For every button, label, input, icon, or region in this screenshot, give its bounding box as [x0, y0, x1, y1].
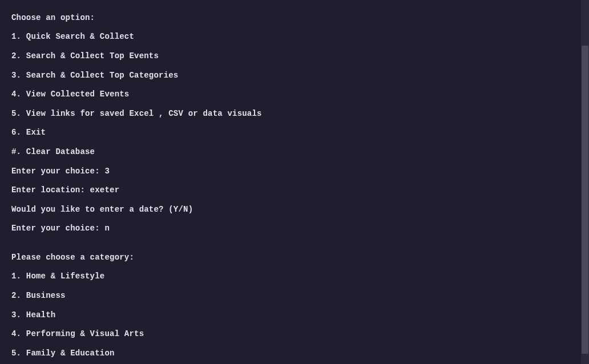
menu-option: 3. Search & Collect Top Categories [11, 71, 589, 80]
choice-prompt: Enter your choice: 3 [11, 167, 589, 176]
category-item: 2. Business [11, 291, 589, 301]
menu-option: 4. View Collected Events [11, 90, 589, 99]
category-item: 4. Performing & Visual Arts [11, 329, 589, 339]
category-header: Please choose a category: [11, 253, 589, 262]
menu-option: 5. View links for saved Excel , CSV or d… [11, 109, 589, 119]
scrollbar-thumb[interactable] [582, 46, 588, 354]
menu-option: 6. Exit [11, 128, 589, 137]
category-item: 5. Family & Education [11, 349, 589, 358]
menu-header: Choose an option: [11, 13, 589, 23]
terminal-output[interactable]: Choose an option: 1. Quick Search & Coll… [0, 0, 589, 364]
category-item: 3. Health [11, 310, 589, 320]
location-prompt: Enter location: exeter [11, 185, 589, 195]
menu-option: 2. Search & Collect Top Events [11, 51, 589, 61]
menu-option: #. Clear Database [11, 147, 589, 157]
scrollbar-track[interactable] [581, 0, 589, 364]
category-item: 1. Home & Lifestyle [11, 272, 589, 281]
date-choice: Enter your choice: n [11, 224, 589, 233]
menu-option: 1. Quick Search & Collect [11, 32, 589, 42]
date-prompt: Would you like to enter a date? (Y/N) [11, 205, 589, 215]
